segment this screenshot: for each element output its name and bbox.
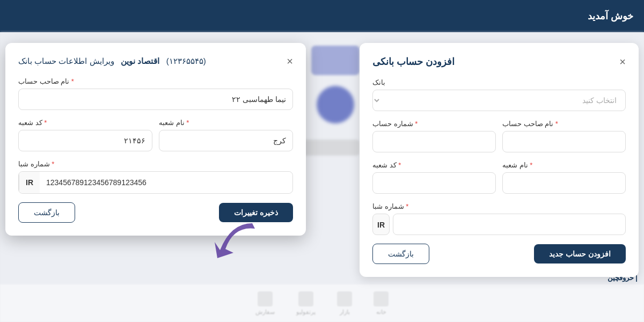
account-holder-group: * نام صاحب حساب: [502, 120, 626, 152]
nav-item-market[interactable]: بازار: [337, 291, 352, 316]
right-sheba-group: * شماره شبا IR: [372, 202, 626, 235]
nav-item-home[interactable]: خانه: [374, 291, 389, 316]
edit-branch-row: * نام شعبه * کد شعبه: [18, 119, 293, 151]
edit-bank-panel-title: (۱۲۳۶۵۵۴۵) اقتصاد نوین ویرایش اطلاعات حس…: [18, 56, 206, 66]
edit-sheba-group: * شماره شبا IR: [18, 160, 293, 194]
add-bank-close-button[interactable]: ×: [619, 56, 626, 67]
save-changes-button[interactable]: ذخیره تغییرات: [219, 203, 293, 222]
edit-sheba-label: * شماره شبا: [18, 160, 56, 168]
right-branch-name-group: * نام شعبه: [502, 161, 626, 194]
right-branch-name-input[interactable]: [502, 172, 626, 194]
right-branch-code-label: * کد شعبه: [372, 161, 402, 169]
bottom-nav: خانه بازار پرتفولیو سفارش: [0, 284, 644, 322]
background-header: خوش آمدید: [0, 0, 644, 32]
account-number-input[interactable]: [372, 131, 496, 152]
order-icon: [258, 291, 273, 306]
account-number-group: * شماره حساب: [372, 120, 496, 152]
add-account-button[interactable]: افزودن حساب جدید: [534, 244, 626, 264]
bank-select-group: بانک انتخاب کنید: [372, 78, 626, 111]
account-row: * نام صاحب حساب * شماره حساب: [372, 120, 626, 152]
edit-bank-panel-header: × (۱۲۳۶۵۵۴۵) اقتصاد نوین ویرایش اطلاعات …: [18, 56, 293, 67]
bank-select[interactable]: انتخاب کنید: [372, 90, 626, 111]
edit-account-holder-label: * نام صاحب حساب: [18, 77, 76, 85]
right-panel-back-button[interactable]: بازگشت: [372, 244, 429, 264]
nav-order-label: سفارش: [255, 309, 275, 316]
bank-label: بانک: [372, 78, 385, 86]
blurred-card: [311, 46, 360, 75]
branch-row: * نام شعبه * کد شعبه: [372, 161, 626, 194]
edit-branch-name-input[interactable]: [159, 130, 293, 151]
market-icon: [337, 291, 352, 306]
account-number-label: * شماره حساب: [372, 120, 419, 128]
edit-branch-name-group: * نام شعبه: [159, 119, 293, 151]
portfolio-icon: [298, 291, 313, 306]
edit-account-holder-input[interactable]: [18, 89, 293, 110]
edit-panel-btn-row: ذخیره تغییرات بازگشت: [18, 202, 293, 223]
right-sheba-prefix: IR: [372, 214, 390, 235]
right-branch-name-label: * نام شعبه: [502, 161, 534, 169]
nav-item-order[interactable]: سفارش: [255, 291, 275, 316]
account-holder-input[interactable]: [502, 131, 626, 152]
right-branch-code-input[interactable]: [372, 172, 496, 194]
edit-branch-code-input[interactable]: [18, 130, 152, 151]
right-panel-btn-row: افزودن حساب جدید بازگشت: [372, 244, 626, 264]
nav-item-portfolio[interactable]: پرتفولیو: [296, 291, 316, 316]
edit-bank-close-button[interactable]: ×: [287, 56, 293, 67]
blurred-avatar: [317, 86, 354, 123]
blurred-info: [301, 140, 360, 156]
add-bank-panel-title: افزودن حساب بانکی: [372, 56, 455, 68]
edit-sheba-input[interactable]: [40, 172, 292, 193]
right-sheba-input[interactable]: [393, 214, 626, 235]
edit-sheba-prefix: IR: [19, 172, 40, 193]
home-icon: [374, 291, 389, 306]
edit-panel-back-button[interactable]: بازگشت: [18, 202, 75, 223]
right-sheba-row: IR: [372, 214, 626, 235]
add-bank-panel-header: × افزودن حساب بانکی: [372, 56, 626, 68]
nav-home-label: خانه: [376, 309, 386, 316]
edit-branch-code-group: * کد شعبه: [18, 119, 152, 151]
header-title: خوش آمدید: [588, 10, 633, 22]
edit-branch-code-label: * کد شعبه: [18, 119, 48, 127]
edit-sheba-row: IR: [18, 171, 293, 194]
edit-bank-panel: × (۱۲۳۶۵۵۴۵) اقتصاد نوین ویرایش اطلاعات …: [5, 43, 306, 236]
right-sheba-label: * شماره شبا: [372, 202, 410, 210]
nav-portfolio-label: پرتفولیو: [296, 309, 316, 316]
nav-market-label: بازار: [340, 309, 350, 316]
add-bank-panel: × افزودن حساب بانکی بانک انتخاب کنید * ن…: [360, 43, 639, 277]
edit-account-holder-group: * نام صاحب حساب: [18, 77, 293, 110]
right-branch-code-group: * کد شعبه: [372, 161, 496, 194]
edit-branch-name-label: * نام شعبه: [159, 119, 191, 127]
account-holder-label: * نام صاحب حساب: [502, 120, 560, 128]
